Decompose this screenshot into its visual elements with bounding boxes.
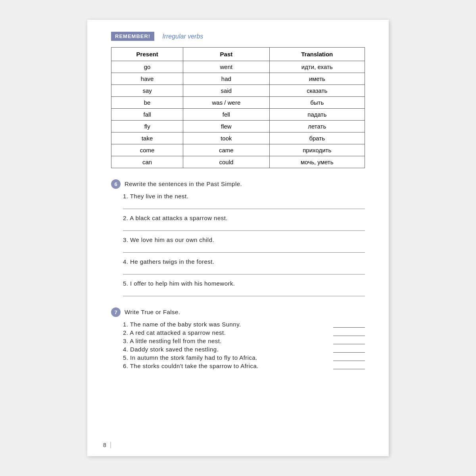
list-item: 1. The name of the baby stork was Sunny. — [123, 321, 365, 328]
table-cell: said — [183, 85, 269, 97]
table-cell: брать — [269, 132, 365, 144]
table-cell: say — [111, 85, 183, 97]
table-cell: could — [183, 156, 269, 168]
irregular-verbs-table: Present Past Translation gowentидти, еха… — [111, 47, 365, 168]
sentence-text: 4. He gathers twigs in the forest. — [123, 258, 365, 265]
list-item: 1. They live in the nest. — [123, 193, 365, 209]
table-cell: иметь — [269, 73, 365, 85]
table-row: havehadиметь — [111, 73, 365, 85]
page: REMEMBER! Irregular verbs Present Past T… — [87, 20, 389, 456]
table-row: saysaidсказать — [111, 85, 365, 97]
tf-sentence-text: 4. Daddy stork saved the nestling. — [123, 346, 219, 353]
table-cell: be — [111, 97, 183, 109]
table-cell: летать — [269, 121, 365, 132]
tf-answer-line[interactable] — [333, 346, 365, 353]
table-row: taketookбрать — [111, 132, 365, 144]
answer-line[interactable] — [123, 289, 365, 296]
sentence-text: 5. I offer to help him with his homework… — [123, 280, 365, 287]
exercise-6-num: 6 — [111, 179, 121, 189]
table-cell: go — [111, 61, 183, 73]
col-header-translation: Translation — [269, 48, 365, 61]
exercise-7-instruction: Write True or False. — [125, 309, 180, 315]
answer-line[interactable] — [123, 246, 365, 253]
table-row: cancouldмочь, уметь — [111, 156, 365, 168]
sentence-text: 2. A black cat attacks a sparrow nest. — [123, 215, 365, 221]
table-cell: мочь, уметь — [269, 156, 365, 168]
col-header-present: Present — [111, 48, 183, 61]
list-item: 5. In autumn the stork family had to fly… — [123, 354, 365, 361]
table-cell: take — [111, 132, 183, 144]
tf-answer-line[interactable] — [333, 330, 365, 336]
col-header-past: Past — [183, 48, 269, 61]
sentence-text: 3. We love him as our own child. — [123, 236, 365, 243]
answer-line[interactable] — [123, 202, 365, 209]
table-cell: can — [111, 156, 183, 168]
exercise-7-sentences: 1. The name of the baby stork was Sunny.… — [111, 321, 365, 369]
list-item: 4. Daddy stork saved the nestling. — [123, 346, 365, 353]
tf-sentence-text: 6. The storks couldn't take the sparrow … — [123, 363, 259, 369]
answer-line[interactable] — [123, 267, 365, 274]
table-cell: flew — [183, 121, 269, 132]
table-row: flyflewлетать — [111, 121, 365, 132]
table-cell: had — [183, 73, 269, 85]
table-cell: came — [183, 144, 269, 156]
list-item: 4. He gathers twigs in the forest. — [123, 258, 365, 274]
table-row: comecameприходить — [111, 144, 365, 156]
tf-answer-line[interactable] — [333, 363, 365, 369]
exercise-7-block: 7 Write True or False. 1. The name of th… — [111, 307, 365, 369]
list-item: 2. A red cat attacked a sparrow nest. — [123, 329, 365, 336]
list-item: 5. I offer to help him with his homework… — [123, 280, 365, 296]
table-cell: have — [111, 73, 183, 85]
exercise-7-num: 7 — [111, 307, 121, 317]
table-cell: приходить — [269, 144, 365, 156]
table-cell: fall — [111, 109, 183, 121]
table-cell: быть — [269, 97, 365, 109]
exercise-6-instruction: Rewrite the sentences in the Past Simple… — [125, 180, 242, 187]
list-item: 3. A little nestling fell from the nest. — [123, 338, 365, 344]
table-row: bewas / wereбыть — [111, 97, 365, 109]
table-cell: fly — [111, 121, 183, 132]
table-row: gowentидти, ехать — [111, 61, 365, 73]
table-cell: took — [183, 132, 269, 144]
remember-title: Irregular verbs — [162, 33, 203, 40]
sentence-text: 1. They live in the nest. — [123, 193, 365, 200]
tf-sentence-text: 5. In autumn the stork family had to fly… — [123, 354, 257, 361]
table-row: fallfellпадать — [111, 109, 365, 121]
list-item: 3. We love him as our own child. — [123, 236, 365, 253]
tf-answer-line[interactable] — [333, 355, 365, 361]
table-cell: went — [183, 61, 269, 73]
remember-badge: REMEMBER! — [111, 32, 154, 41]
exercise-6-block: 6 Rewrite the sentences in the Past Simp… — [111, 179, 365, 296]
table-cell: come — [111, 144, 183, 156]
exercise-7-header: 7 Write True or False. — [111, 307, 365, 317]
exercise-6-header: 6 Rewrite the sentences in the Past Simp… — [111, 179, 365, 189]
table-cell: идти, ехать — [269, 61, 365, 73]
page-number: 8 — [103, 442, 111, 448]
list-item: 2. A black cat attacks a sparrow nest. — [123, 215, 365, 231]
tf-sentence-text: 3. A little nestling fell from the nest. — [123, 338, 222, 344]
exercise-6-sentences: 1. They live in the nest.2. A black cat … — [111, 193, 365, 296]
table-cell: сказать — [269, 85, 365, 97]
table-cell: was / were — [183, 97, 269, 109]
tf-sentence-text: 2. A red cat attacked a sparrow nest. — [123, 329, 226, 336]
answer-line[interactable] — [123, 224, 365, 231]
tf-sentence-text: 1. The name of the baby stork was Sunny. — [123, 321, 241, 328]
tf-answer-line[interactable] — [333, 338, 365, 344]
remember-header: REMEMBER! Irregular verbs — [111, 32, 365, 41]
table-cell: fell — [183, 109, 269, 121]
tf-answer-line[interactable] — [333, 321, 365, 328]
table-cell: падать — [269, 109, 365, 121]
list-item: 6. The storks couldn't take the sparrow … — [123, 363, 365, 369]
